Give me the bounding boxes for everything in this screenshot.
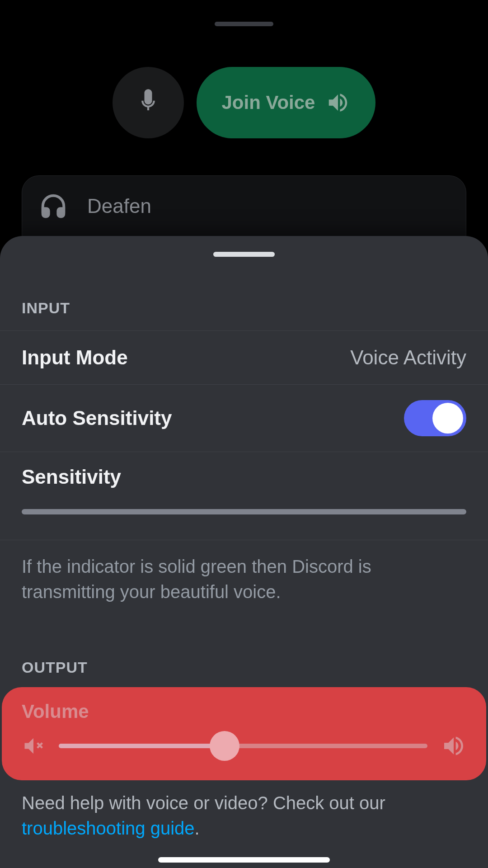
join-voice-label: Join Voice bbox=[222, 92, 315, 113]
sensitivity-hint: If the indicator is solid green then Dis… bbox=[0, 554, 488, 604]
volume-slider[interactable] bbox=[59, 744, 427, 748]
speaker-loud-icon bbox=[441, 733, 466, 759]
output-section-header: OUTPUT bbox=[0, 659, 488, 676]
headphones-icon bbox=[39, 192, 67, 220]
speaker-muted-icon bbox=[22, 734, 45, 758]
sheet-handle[interactable] bbox=[213, 252, 275, 257]
auto-sensitivity-toggle[interactable] bbox=[404, 400, 466, 436]
join-voice-button[interactable]: Join Voice bbox=[197, 67, 376, 138]
input-section-header: INPUT bbox=[0, 299, 488, 317]
settings-sheet: INPUT Input Mode Voice Activity Auto Sen… bbox=[0, 236, 488, 868]
toggle-knob bbox=[432, 403, 463, 434]
sensitivity-row: Sensitivity bbox=[0, 452, 488, 540]
mute-button[interactable] bbox=[113, 67, 184, 138]
auto-sensitivity-row[interactable]: Auto Sensitivity bbox=[0, 385, 488, 452]
help-prefix: Need help with voice or video? Check out… bbox=[22, 793, 385, 813]
help-text: Need help with voice or video? Check out… bbox=[0, 780, 488, 841]
deafen-label: Deafen bbox=[87, 195, 151, 217]
help-suffix: . bbox=[195, 818, 200, 838]
volume-row: Volume bbox=[2, 687, 486, 780]
sensitivity-indicator bbox=[22, 509, 466, 514]
home-indicator[interactable] bbox=[158, 857, 330, 863]
microphone-icon bbox=[136, 87, 160, 118]
voice-controls: Join Voice bbox=[0, 67, 488, 138]
troubleshooting-link[interactable]: troubleshooting guide bbox=[22, 818, 195, 838]
volume-fill bbox=[59, 744, 225, 748]
auto-sensitivity-label: Auto Sensitivity bbox=[22, 407, 172, 429]
deafen-row[interactable]: Deafen bbox=[39, 192, 449, 220]
volume-thumb[interactable] bbox=[210, 731, 239, 761]
sheet-handle-top[interactable] bbox=[215, 22, 273, 26]
input-mode-row[interactable]: Input Mode Voice Activity bbox=[0, 331, 488, 385]
speaker-icon bbox=[326, 90, 350, 115]
volume-label: Volume bbox=[22, 701, 466, 722]
input-mode-label: Input Mode bbox=[22, 346, 128, 369]
input-mode-value: Voice Activity bbox=[350, 346, 466, 369]
sensitivity-label: Sensitivity bbox=[22, 466, 121, 488]
input-settings-list: Input Mode Voice Activity Auto Sensitivi… bbox=[0, 330, 488, 540]
